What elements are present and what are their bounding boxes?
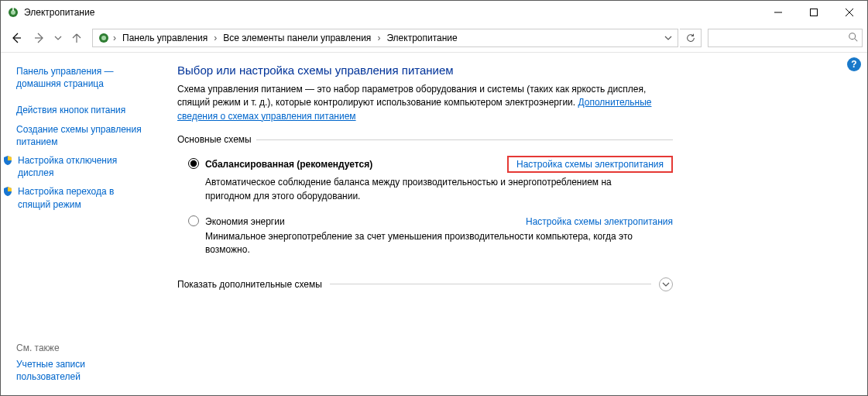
- svg-point-5: [101, 36, 106, 40]
- search-input[interactable]: [712, 32, 848, 44]
- plan-settings-link[interactable]: Настройка схемы электропитания: [526, 216, 673, 227]
- svg-rect-2: [12, 8, 14, 11]
- sidebar-link-user-accounts[interactable]: Учетные записи пользователей: [16, 358, 148, 383]
- navbar: › Панель управления › Все элементы панел…: [1, 24, 867, 52]
- shield-icon: [2, 155, 13, 166]
- breadcrumb-segment[interactable]: Все элементы панели управления: [218, 29, 376, 46]
- sidebar-item-sleep[interactable]: Настройка перехода в спящий режим: [2, 185, 148, 210]
- help-icon[interactable]: ?: [847, 57, 861, 71]
- recent-locations-button[interactable]: [52, 27, 64, 49]
- sidebar-link-create-plan[interactable]: Создание схемы управления питанием: [16, 123, 148, 148]
- plan-description: Автоматическое соблюдение баланса между …: [205, 176, 639, 203]
- address-bar[interactable]: › Панель управления › Все элементы панел…: [92, 29, 678, 47]
- search-box[interactable]: [708, 29, 863, 47]
- minimize-button[interactable]: [760, 1, 796, 24]
- breadcrumb-segment[interactable]: Электропитание: [382, 29, 461, 46]
- svg-point-6: [849, 33, 856, 39]
- plan-radio[interactable]: [188, 158, 199, 169]
- sidebar: Панель управления — домашняя страница Де…: [1, 53, 156, 395]
- power-plan-energy-saver: Экономия энергии Настройка схемы электро…: [188, 214, 673, 257]
- chevron-down-icon[interactable]: [659, 277, 673, 291]
- see-also-label: См. также: [16, 343, 148, 353]
- forward-button[interactable]: [29, 27, 50, 49]
- plan-name[interactable]: Сбалансированная (рекомендуется): [205, 159, 372, 170]
- chevron-right-icon[interactable]: ›: [112, 33, 118, 43]
- expander-label: Показать дополнительные схемы: [177, 279, 322, 290]
- page-description: Схема управления питанием — это набор па…: [177, 83, 673, 123]
- up-button[interactable]: [66, 27, 87, 49]
- show-additional-plans[interactable]: Показать дополнительные схемы: [177, 277, 673, 291]
- window: Электропитание › Панель у: [0, 0, 868, 396]
- sidebar-link-power-buttons[interactable]: Действия кнопок питания: [16, 104, 148, 116]
- refresh-button[interactable]: [680, 29, 702, 47]
- plan-name[interactable]: Экономия энергии: [205, 216, 285, 227]
- power-options-icon: [7, 6, 19, 19]
- shield-icon: [2, 186, 13, 197]
- window-title: Электропитание: [24, 7, 94, 18]
- power-plan-balanced: Сбалансированная (рекомендуется) Настрой…: [188, 156, 673, 203]
- address-dropdown-icon[interactable]: [660, 34, 676, 42]
- close-button[interactable]: [832, 1, 867, 24]
- body: Панель управления — домашняя страница Де…: [1, 52, 867, 395]
- page-title: Выбор или настройка схемы управления пит…: [177, 64, 852, 77]
- breadcrumb-icon: [94, 29, 112, 46]
- group-label: Основные схемы: [177, 134, 252, 145]
- group-header: Основные схемы: [177, 134, 673, 145]
- plans-group: Основные схемы Сбалансированная (рекомен…: [177, 134, 673, 257]
- search-icon[interactable]: [848, 32, 859, 45]
- svg-rect-3: [811, 9, 818, 16]
- sidebar-link-label[interactable]: Настройка перехода в спящий режим: [18, 185, 148, 210]
- sidebar-link-label[interactable]: Настройка отключения дисплея: [18, 154, 148, 179]
- breadcrumb-segment[interactable]: Панель управления: [118, 29, 212, 46]
- plan-description: Минимальное энергопотребление за счет ум…: [205, 230, 639, 257]
- maximize-button[interactable]: [796, 1, 832, 24]
- chevron-right-icon[interactable]: ›: [376, 33, 382, 43]
- description-text: Схема управления питанием — это набор па…: [177, 84, 646, 108]
- chevron-right-icon[interactable]: ›: [212, 33, 218, 43]
- plan-settings-link[interactable]: Настройка схемы электропитания: [516, 159, 664, 170]
- highlight-box: Настройка схемы электропитания: [507, 156, 673, 173]
- main-panel: ? Выбор или настройка схемы управления п…: [156, 53, 867, 395]
- divider: [330, 284, 651, 284]
- titlebar: Электропитание: [1, 1, 867, 24]
- sidebar-item-display-off[interactable]: Настройка отключения дисплея: [2, 154, 148, 179]
- back-button[interactable]: [5, 27, 27, 49]
- plan-radio[interactable]: [188, 215, 199, 226]
- sidebar-link-home[interactable]: Панель управления — домашняя страница: [16, 65, 148, 90]
- divider: [256, 139, 673, 140]
